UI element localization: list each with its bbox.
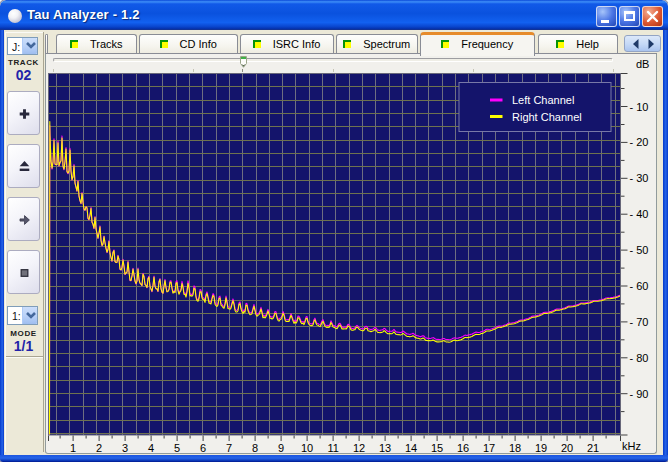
svg-text:12: 12 (353, 441, 365, 453)
svg-text:- 70: - 70 (630, 315, 649, 327)
svg-text:18: 18 (509, 441, 521, 453)
svg-text:Left Channel: Left Channel (512, 94, 574, 106)
svg-text:3: 3 (122, 441, 128, 453)
svg-text:13: 13 (379, 441, 391, 453)
svg-text:6: 6 (200, 441, 206, 453)
svg-text:16: 16 (457, 441, 469, 453)
svg-text:11: 11 (327, 441, 338, 453)
svg-text:21: 21 (587, 441, 599, 453)
svg-text:19: 19 (535, 441, 547, 453)
svg-text:kHz: kHz (622, 440, 641, 452)
svg-text:- 90: - 90 (630, 387, 649, 399)
svg-text:Right Channel: Right Channel (512, 110, 582, 122)
svg-text:- 20: - 20 (630, 136, 649, 148)
svg-text:8: 8 (252, 441, 258, 453)
svg-text:dB: dB (636, 57, 649, 69)
svg-text:- 30: - 30 (630, 172, 649, 184)
svg-text:- 80: - 80 (630, 351, 649, 363)
svg-text:7: 7 (226, 441, 232, 453)
svg-text:4: 4 (148, 441, 154, 453)
svg-text:1: 1 (70, 441, 76, 453)
svg-text:2: 2 (96, 441, 102, 453)
svg-text:17: 17 (483, 441, 495, 453)
svg-text:5: 5 (174, 441, 180, 453)
svg-text:9: 9 (278, 441, 284, 453)
svg-text:- 10: - 10 (630, 100, 649, 112)
svg-text:- 60: - 60 (630, 280, 649, 292)
svg-text:14: 14 (405, 441, 417, 453)
svg-text:- 50: - 50 (630, 244, 649, 256)
svg-text:- 40: - 40 (630, 208, 649, 220)
svg-text:10: 10 (301, 441, 313, 453)
svg-text:20: 20 (561, 441, 573, 453)
svg-text:15: 15 (431, 441, 443, 453)
